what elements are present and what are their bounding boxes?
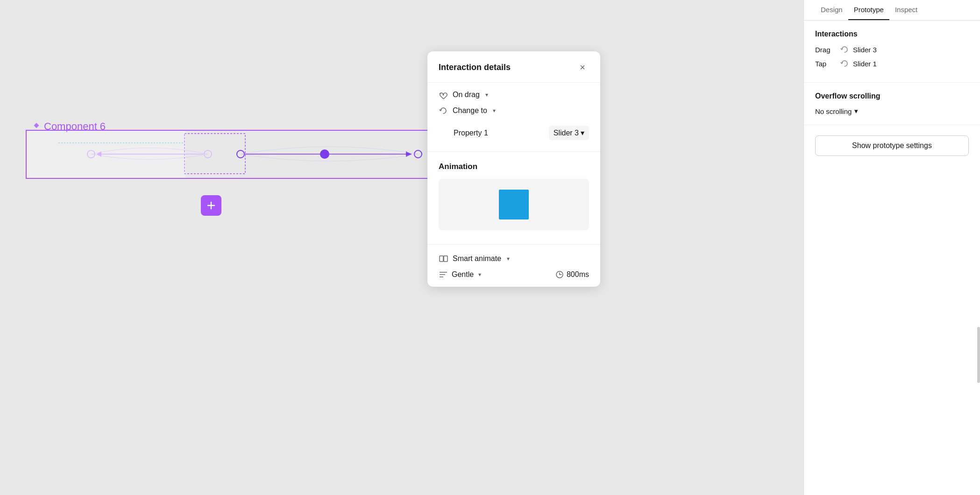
animation-preview-square [499, 190, 529, 219]
property-chevron: ▾ [581, 128, 584, 137]
interact-icon-tap [840, 59, 849, 68]
divider-1 [427, 151, 600, 152]
interact-icon-drag [840, 45, 849, 54]
change-icon [439, 106, 448, 115]
svg-rect-17 [440, 256, 443, 262]
overflow-value-dropdown[interactable]: No scrolling ▾ [815, 107, 969, 115]
interaction-item-tap[interactable]: Tap Slider 1 [815, 59, 969, 68]
animation-preview [439, 179, 589, 230]
gentle-dropdown[interactable]: Gentle ▾ [439, 270, 551, 279]
svg-rect-18 [444, 256, 447, 262]
animation-options: Smart animate ▾ Gentle ▾ 800ms [427, 247, 600, 287]
trigger-section: On drag ▾ Change to ▾ Property 1 Slider … [427, 83, 600, 149]
trigger-chevron: ▾ [485, 92, 488, 98]
duration-field[interactable]: 800ms [555, 270, 589, 279]
canvas: Component 6 [0, 0, 803, 495]
property-value-dropdown[interactable]: Slider 3 ▾ [549, 126, 589, 140]
tap-target: Slider 1 [853, 60, 877, 68]
change-to-row[interactable]: Change to ▾ [439, 106, 589, 115]
right-panel-scrollbar[interactable] [977, 327, 980, 383]
drag-trigger: Drag [815, 46, 836, 54]
animation-section: Animation [427, 154, 600, 242]
animation-title: Animation [439, 162, 589, 171]
tab-prototype[interactable]: Prototype [848, 0, 889, 20]
canvas-component [26, 130, 441, 179]
on-drag-row[interactable]: On drag ▾ [439, 90, 589, 99]
overflow-section: Overflow scrolling No scrolling ▾ [804, 83, 980, 125]
svg-rect-0 [34, 123, 39, 128]
interactions-title: Interactions [815, 30, 969, 38]
svg-rect-2 [185, 134, 245, 174]
divider-2 [427, 244, 600, 245]
close-button[interactable]: × [576, 61, 589, 74]
gentle-chevron: ▾ [478, 271, 481, 278]
smart-animate-icon [439, 254, 448, 263]
panel-header: Interaction details × [427, 51, 600, 83]
right-panel-tabs: Design Prototype Inspect [804, 0, 980, 21]
tab-design[interactable]: Design [815, 0, 848, 20]
smart-animate-chevron: ▾ [507, 255, 510, 262]
clock-icon [555, 270, 564, 279]
change-to-chevron: ▾ [493, 107, 496, 114]
right-panel: Design Prototype Inspect Interactions Dr… [803, 0, 980, 495]
smart-animate-row[interactable]: Smart animate ▾ [439, 254, 589, 263]
overflow-chevron: ▾ [854, 107, 858, 115]
interaction-details-panel: Interaction details × On drag ▾ Change t… [427, 51, 600, 287]
gentle-icon [439, 270, 448, 279]
overflow-title: Overflow scrolling [815, 92, 969, 100]
svg-point-16 [443, 94, 444, 96]
tap-trigger: Tap [815, 60, 836, 68]
drag-target: Slider 3 [853, 46, 877, 54]
interactions-section: Interactions Drag Slider 3 Tap Slider 1 [804, 21, 980, 83]
interaction-item-drag[interactable]: Drag Slider 3 [815, 45, 969, 54]
panel-title: Interaction details [439, 63, 511, 72]
property-row: Property 1 Slider 3 ▾ [439, 124, 589, 142]
add-button[interactable] [201, 195, 221, 216]
drag-icon [439, 90, 448, 99]
plus-icon [206, 200, 217, 211]
gentle-row: Gentle ▾ 800ms [439, 270, 589, 279]
property-label: Property 1 [454, 129, 488, 137]
tab-inspect[interactable]: Inspect [889, 0, 923, 20]
show-prototype-button[interactable]: Show prototype settings [815, 135, 969, 156]
